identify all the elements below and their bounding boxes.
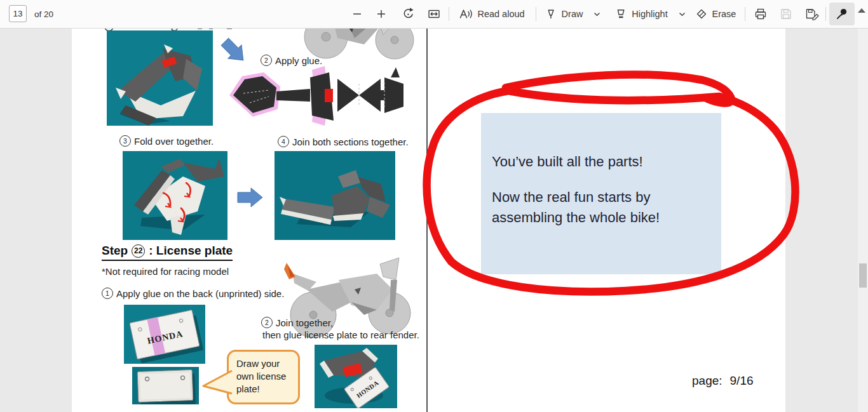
rotate-button[interactable]	[399, 3, 417, 25]
draw-label: Draw	[562, 9, 583, 19]
highlight-label: Highlight	[632, 9, 667, 19]
save-icon	[779, 7, 793, 21]
fit-to-width-icon	[427, 7, 441, 21]
circled-number: 3	[119, 135, 131, 147]
zoom-in-button[interactable]	[372, 3, 390, 25]
photo-blank-plate	[132, 367, 199, 404]
highlighter-icon	[614, 8, 627, 20]
speech-bubble: Draw your own license plate!	[227, 350, 300, 404]
callout-line1: You’ve built all the parts!	[492, 154, 643, 170]
photo-folded-part	[107, 30, 213, 126]
save-as-icon	[804, 7, 820, 21]
toolbar-separator	[825, 7, 826, 21]
save-button[interactable]	[776, 3, 796, 25]
pdf-toolbar: of 20	[0, 0, 868, 29]
circled-number: 1	[102, 288, 113, 299]
circled-number: 4	[278, 136, 289, 147]
read-aloud-icon	[459, 8, 473, 20]
toolbar-separator	[449, 7, 449, 21]
pin-icon	[835, 7, 849, 21]
zoom-out-button[interactable]	[348, 3, 366, 25]
photo-fold-over	[123, 151, 227, 240]
speech-bubble-text: Draw your own license plate!	[236, 357, 295, 395]
rotate-icon	[401, 7, 415, 21]
step22-note: *Not required for racing model	[102, 266, 229, 277]
vertical-scrollbar-track[interactable]	[858, 28, 868, 412]
page-divider	[426, 28, 428, 412]
pdf-viewport: 2 Apply glue.	[0, 28, 868, 412]
pen-icon	[545, 8, 557, 20]
page-number-input[interactable]	[9, 5, 27, 22]
toolbar-separator	[745, 7, 745, 21]
erase-label: Erase	[712, 9, 736, 19]
highlight-button[interactable]: Highlight	[608, 3, 674, 25]
paper-template-diagram	[224, 65, 409, 128]
page-total-label: of 20	[34, 0, 53, 28]
fit-to-width-button[interactable]	[424, 3, 444, 25]
minus-icon	[351, 8, 363, 20]
toolbar-separator	[536, 7, 536, 21]
photo-plate-on-fender: HONDA	[315, 345, 397, 408]
erase-button[interactable]: Erase	[691, 3, 740, 25]
callout-box: You’ve built all the parts! Now the real…	[481, 113, 721, 274]
scroll-up-icon[interactable]	[858, 8, 865, 13]
page-footer-label: page:	[692, 374, 722, 388]
printer-icon	[754, 7, 768, 21]
read-aloud-label: Read aloud	[477, 9, 524, 19]
circled-number: 2	[261, 317, 273, 328]
speech-bubble-tail	[199, 364, 237, 404]
callout-line2: Now the real fun starts by assembling th…	[492, 187, 705, 228]
save-as-button[interactable]	[802, 3, 822, 25]
step-glue-back-label: 1 Apply glue on the back (unprinted) sid…	[102, 288, 284, 299]
circled-number: 22	[132, 244, 145, 258]
highlight-options-chevron[interactable]	[675, 3, 689, 25]
vertical-scrollbar-thumb[interactable]	[859, 263, 867, 288]
read-aloud-button[interactable]: Read aloud	[454, 3, 530, 25]
draw-button[interactable]: Draw	[541, 3, 587, 25]
arrow-right-icon	[235, 183, 266, 212]
pdf-viewer-window: of 20	[0, 0, 868, 412]
motorcycle-sketch-clipped	[288, 28, 418, 61]
step22-heading: Step 22 : License plate	[102, 244, 233, 261]
chevron-down-icon	[679, 12, 686, 17]
page-footer: page: 9/16	[692, 374, 754, 388]
photo-joined-sections	[275, 151, 395, 240]
plus-icon	[375, 8, 388, 20]
draw-options-chevron[interactable]	[590, 3, 604, 25]
document-page: 2 Apply glue.	[72, 28, 785, 412]
step-join-together-label: 2 Join together,	[261, 317, 333, 328]
page-footer-value: 9/16	[730, 374, 754, 388]
step-fold-over-label: 3 Fold over together.	[119, 135, 214, 147]
step-join-together-cont: then glue license plate to rear fender.	[262, 329, 419, 340]
photo-honda-plate: HONDA	[124, 305, 205, 364]
pin-toolbar-button[interactable]	[829, 3, 855, 25]
chevron-down-icon	[593, 12, 600, 17]
step-join-both-label: 4 Join both sections together.	[278, 136, 409, 147]
print-button[interactable]	[751, 3, 770, 25]
eraser-icon	[695, 8, 708, 20]
